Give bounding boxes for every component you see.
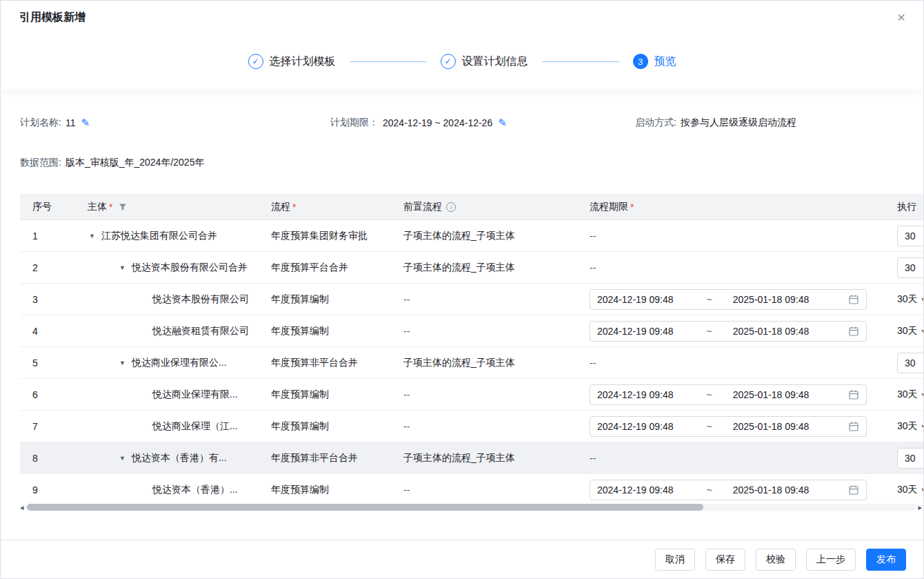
exec-duration-value: 30天 [897, 325, 918, 337]
row-period: 2024-12-19 09:48 ~ 2025-01-18 09:48 [584, 474, 892, 505]
scrollbar-track[interactable] [26, 504, 916, 511]
save-button[interactable]: 保存 [705, 549, 745, 571]
required-mark: * [630, 202, 634, 213]
dialog-footer: 取消 保存 校验 上一步 发布 [1, 540, 923, 578]
table-row[interactable]: 3 悦达资本股份有限公司 年度预算编制 -- 2024-12-19 09:48 … [20, 284, 924, 315]
date-range-input[interactable]: 2024-12-19 09:48 ~ 2025-01-18 09:48 [590, 416, 867, 437]
row-process: 年度预算编制 [265, 315, 398, 346]
chevron-down-icon: ▾ [922, 327, 924, 335]
step-set-plan-info[interactable]: ✓ 设置计划信息 [441, 54, 528, 69]
row-pre-process: 子项主体的流程_子项主体 [398, 220, 584, 251]
exec-duration-select[interactable]: 30天 ▾ [897, 389, 924, 401]
date-range-input[interactable]: 2024-12-19 09:48 ~ 2025-01-18 09:48 [590, 384, 867, 405]
close-icon[interactable]: × [897, 10, 905, 24]
plan-period-value: 2024-12-19 ~ 2024-12-26 [383, 117, 492, 128]
table-row[interactable]: 6 悦达商业保理有限... 年度预算编制 -- 2024-12-19 09:48… [20, 379, 924, 411]
calendar-icon [848, 421, 859, 432]
required-mark: * [109, 202, 112, 213]
subject-text: 悦达商业保理有限... [152, 389, 238, 401]
dialog-content: 计划名称: 11 ✎ 计划期限： 2024-12-19 ~ 2024-12-26… [1, 117, 923, 511]
row-exec: 30天 ▾ [892, 474, 924, 505]
table-row[interactable]: 5 ▼ 悦达商业保理有限公... 年度预算非平台合并 子项主体的流程_子项主体 … [20, 347, 924, 379]
row-process: 年度预算编制 [265, 474, 398, 505]
header-period-text: 流程期限 [590, 201, 628, 213]
calendar-icon [848, 484, 859, 495]
tilde-separator: ~ [707, 484, 712, 495]
publish-button[interactable]: 发布 [866, 549, 906, 571]
row-seq: 3 [20, 284, 81, 315]
subject-text: 悦达资本（香港）有... [132, 452, 227, 464]
row-subject: ▼ 江苏悦达集团有限公司合并 [81, 220, 265, 251]
date-range-input[interactable]: 2024-12-19 09:48 ~ 2025-01-18 09:48 [590, 289, 867, 310]
date-range-input[interactable]: 2024-12-19 09:48 ~ 2025-01-18 09:48 [590, 321, 867, 342]
row-pre-process: 子项主体的流程_子项主体 [398, 347, 584, 378]
row-subject: 悦达资本（香港）... [81, 474, 265, 505]
row-process: 年度预算非平台合并 [265, 347, 398, 378]
step-select-template[interactable]: ✓ 选择计划模板 [248, 54, 336, 69]
row-seq: 9 [20, 474, 81, 505]
chevron-down-icon: ▾ [922, 486, 924, 493]
previous-step-button[interactable]: 上一步 [806, 549, 856, 571]
exec-duration-select[interactable]: 30天 ▾ [897, 293, 924, 306]
horizontal-scrollbar[interactable]: ◂ ▸ [20, 503, 922, 511]
exec-duration-input[interactable]: 30 [897, 226, 924, 246]
row-process: 年度预算编制 [265, 284, 398, 315]
steps-bar: ✓ 选择计划模板 ✓ 设置计划信息 3 预览 [1, 34, 923, 89]
edit-pencil-icon[interactable]: ✎ [81, 117, 90, 129]
table-row[interactable]: 1 ▼ 江苏悦达集团有限公司合并 年度预算集团财务审批 子项主体的流程_子项主体… [20, 220, 924, 252]
table-row[interactable]: 4 悦达融资租赁有限公司 年度预算编制 -- 2024-12-19 09:48 … [20, 315, 924, 347]
filter-icon[interactable] [119, 203, 127, 211]
step-preview: 3 预览 [633, 54, 676, 69]
step-label: 预览 [654, 55, 676, 69]
row-process: 年度预算平台合并 [265, 252, 398, 283]
verify-button[interactable]: 校验 [756, 549, 796, 571]
exec-duration-select[interactable]: 30天 ▾ [897, 325, 924, 337]
exec-duration-select[interactable]: 30天 ▾ [897, 484, 924, 496]
table-row[interactable]: 9 悦达资本（香港）... 年度预算编制 -- 2024-12-19 09:48… [20, 474, 924, 506]
row-seq: 4 [20, 315, 81, 346]
expand-caret-icon[interactable]: ▼ [119, 360, 125, 366]
header-period: 流程期限 * [584, 194, 892, 219]
row-period: -- [584, 220, 892, 251]
date-range-input[interactable]: 2024-12-19 09:48 ~ 2025-01-18 09:48 [590, 480, 867, 500]
date-end: 2025-01-18 09:48 [733, 389, 810, 400]
subject-text: 江苏悦达集团有限公司合并 [101, 230, 217, 242]
exec-duration-input[interactable]: 30 [897, 353, 924, 373]
step-label: 选择计划模板 [270, 55, 336, 69]
step-connector [350, 61, 427, 62]
data-scope-field: 数据范围: 版本_审核版_年_2024年/2025年 [20, 157, 923, 169]
tilde-separator: ~ [707, 421, 712, 432]
data-scope-label: 数据范围: [20, 157, 61, 169]
exec-duration-input[interactable]: 30 [897, 257, 924, 278]
table-row[interactable]: 2 ▼ 悦达资本股份有限公司合并 年度预算平台合并 子项主体的流程_子项主体 -… [20, 252, 924, 284]
exec-duration-value: 30天 [897, 389, 918, 401]
date-start: 2024-12-19 09:48 [597, 484, 674, 495]
expand-caret-icon[interactable]: ▼ [89, 233, 95, 239]
row-seq: 6 [20, 379, 81, 410]
exec-duration-select[interactable]: 30天 ▾ [897, 420, 924, 433]
info-icon[interactable]: i [446, 202, 456, 212]
subject-text: 悦达资本（香港）... [152, 484, 238, 496]
date-end: 2025-01-18 09:48 [733, 294, 810, 305]
row-subject: ▼ 悦达资本股份有限公司合并 [81, 252, 265, 283]
subject-text: 悦达融资租赁有限公司 [152, 325, 249, 337]
subject-text: 悦达商业保理（江... [152, 420, 238, 433]
table-row[interactable]: 7 悦达商业保理（江... 年度预算编制 -- 2024-12-19 09:48… [20, 411, 924, 442]
header-subject-text: 主体 [88, 201, 107, 213]
scroll-right-icon[interactable]: ▸ [918, 504, 922, 511]
scrollbar-thumb[interactable] [27, 504, 703, 511]
header-pre-text: 前置流程 [403, 201, 442, 213]
row-period: 2024-12-19 09:48 ~ 2025-01-18 09:48 [584, 315, 892, 346]
exec-duration-input[interactable]: 30 [897, 448, 924, 469]
table-row[interactable]: 8 ▼ 悦达资本（香港）有... 年度预算非平台合并 子项主体的流程_子项主体 … [20, 442, 924, 474]
row-process: 年度预算非平台合并 [265, 442, 398, 473]
row-subject: 悦达商业保理有限... [81, 379, 265, 410]
row-seq: 7 [20, 411, 81, 442]
scroll-left-icon[interactable]: ◂ [20, 504, 24, 511]
step-connector [542, 61, 619, 62]
cancel-button[interactable]: 取消 [655, 549, 695, 571]
expand-caret-icon[interactable]: ▼ [119, 455, 125, 462]
dialog-top-section: 引用模板新增 × ✓ 选择计划模板 ✓ 设置计划信息 3 预览 [1, 1, 923, 89]
edit-pencil-icon[interactable]: ✎ [498, 117, 507, 129]
expand-caret-icon[interactable]: ▼ [119, 264, 125, 271]
